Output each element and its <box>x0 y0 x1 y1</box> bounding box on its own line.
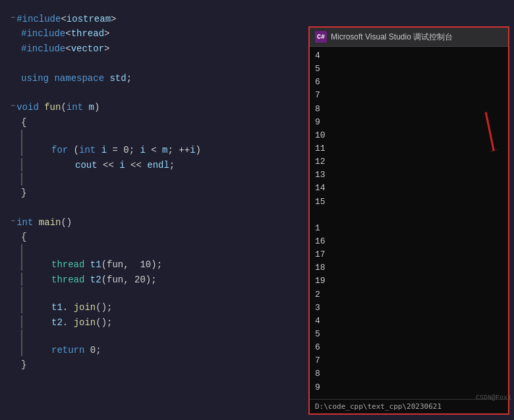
kw-int2: int <box>79 143 96 157</box>
angle-close: > <box>111 12 116 26</box>
param-m: m <box>83 100 94 115</box>
debug-output: 45678910111213141511617181923456789 <box>310 47 508 399</box>
var-t2: t2 <box>90 273 101 287</box>
kw-cout: cout <box>75 158 98 172</box>
brace-open-2: { <box>21 230 26 244</box>
brace-open-1: { <box>21 115 26 130</box>
angle-open: < <box>61 12 66 26</box>
fn-join1: join <box>74 300 96 315</box>
kw-for: for <box>51 143 68 157</box>
lib-thread: thread <box>71 26 104 41</box>
keyword-include2: #include <box>21 26 65 41</box>
kw-void: void <box>16 100 39 115</box>
kw-int-main: int <box>16 215 33 230</box>
var-t1-join: t1 <box>51 300 63 315</box>
code-line-return: return 0; <box>11 343 293 357</box>
code-line-join1: t1. join(); <box>11 300 293 315</box>
collapse-icon-1[interactable]: − <box>11 12 15 24</box>
collapse-icon-3[interactable]: − <box>11 215 15 228</box>
var-t2-join: t2 <box>51 315 63 330</box>
lib-vector: vector <box>71 41 104 56</box>
code-line-void-fun: −void fun(int m) <box>11 100 293 115</box>
fn-fun: fun <box>44 100 61 115</box>
code-line-cout: cout << i << endl; <box>11 158 293 172</box>
debug-numbers: 45678910111213141511617181923456789 <box>315 49 503 394</box>
code-content: −#include<iostream> #include<thread> #in… <box>0 7 303 378</box>
blank-line-1 <box>11 56 293 70</box>
code-line-int-main: −int main() <box>11 215 293 230</box>
collapse-icon-2[interactable]: − <box>11 100 15 113</box>
code-line-include-iostream: −#include<iostream> <box>11 12 293 26</box>
vs-logo: C# <box>315 31 327 43</box>
var-t1: t1 <box>90 257 101 272</box>
code-editor: −#include<iostream> #include<thread> #in… <box>0 0 303 420</box>
code-line-bar-blank-5 <box>11 330 293 343</box>
debug-header: C# Microsoft Visual Studio 调试控制台 <box>310 28 508 47</box>
brace-close-2: } <box>21 357 26 372</box>
ns-std: std <box>109 71 126 86</box>
code-line-brace-close-2: } <box>11 357 293 372</box>
main-container: −#include<iostream> #include<thread> #in… <box>0 0 514 420</box>
kw-thread2: thread <box>51 273 84 287</box>
code-line-thread1: thread t1(fun, 10); <box>11 257 293 272</box>
code-line-bar-blank-4 <box>11 287 293 300</box>
svg-line-0 <box>471 112 508 151</box>
code-line-thread2: thread t2(fun, 20); <box>11 273 293 287</box>
brace-close-1: } <box>21 186 26 200</box>
lib-iostream: iostream <box>67 12 111 26</box>
debug-title: Microsoft Visual Studio 调试控制台 <box>331 32 453 43</box>
blank-line-2 <box>11 86 293 100</box>
debug-path: D:\code_cpp\text_cpp\20230621 <box>315 402 442 411</box>
code-line-brace-open-1: { <box>11 115 293 130</box>
code-line-include-vector: #include<vector> <box>11 41 293 56</box>
code-line-include-thread: #include<thread> <box>11 26 293 41</box>
kw-namespace: namespace <box>54 71 104 86</box>
kw-return: return <box>51 343 84 357</box>
keyword-include: #include <box>16 12 61 26</box>
blank-line-3 <box>11 200 293 215</box>
code-line-join2: t2. join(); <box>11 315 293 330</box>
code-line-brace-open-2: { <box>11 230 293 244</box>
code-line-for: for (int i = 0; i < m; ++i) <box>11 143 293 157</box>
code-line-brace-close-1: } <box>11 186 293 200</box>
debug-console-panel: C# Microsoft Visual Studio 调试控制台 4567891… <box>308 26 509 415</box>
code-line-using: using namespace std; <box>11 71 293 86</box>
kw-using: using <box>21 71 49 86</box>
watermark: CSDN@Fox1 <box>473 393 514 403</box>
fn-join2: join <box>74 315 96 330</box>
kw-int: int <box>67 100 83 115</box>
kw-thread1: thread <box>51 257 84 272</box>
code-line-bar-blank-1 <box>11 130 293 143</box>
fn-main: main <box>39 215 61 230</box>
keyword-include3: #include <box>21 41 65 56</box>
code-line-bar-blank-3 <box>11 244 293 257</box>
code-line-bar-blank-2 <box>11 172 293 186</box>
